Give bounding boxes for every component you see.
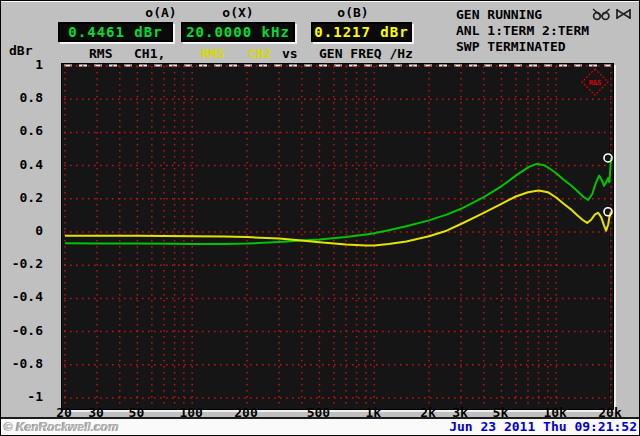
frequency-response-plot: R&S: [61, 63, 614, 410]
cursor-a-readout: 0.4461 dBr: [58, 22, 173, 42]
cursor-x-readout: 20.0000 kHz: [181, 22, 295, 42]
y-tick-label: 0: [1, 223, 43, 238]
y-tick-label: -0.8: [1, 356, 43, 371]
keyboard-lock-icon: [592, 7, 611, 21]
trace2-channel-label: CH2: [248, 46, 271, 61]
cursor-b-value: 0.1217 dBr: [314, 24, 408, 40]
watermark-text: © KenRockwell.com: [4, 420, 119, 434]
y-tick-label: -0.2: [1, 256, 43, 271]
x-axis-func-label: GEN FREQ /Hz: [319, 46, 413, 61]
trace1-channel-label: CH1,: [134, 46, 165, 61]
y-tick-label: 0.4: [1, 157, 43, 172]
analyzer-screen: o(A) o(X) o(B) 0.4461 dBr 20.0000 kHz 0.…: [0, 0, 640, 436]
cursor-x-value: 20.0000 kHz: [186, 24, 290, 40]
footer-strip: © KenRockwell.com Jun 23 2011 Thu 09:21:…: [1, 417, 639, 435]
speaker-muted-icon: [615, 7, 632, 21]
swp-status: SWP TERMINATED: [456, 39, 566, 54]
trace-1: [65, 158, 611, 244]
cursor-a-value: 0.4461 dBr: [68, 24, 162, 40]
y-tick-label: 0.8: [1, 90, 43, 105]
y-tick-label: 1: [1, 57, 43, 72]
cursor-x-label: o(X): [181, 5, 295, 20]
vs-label: vs: [282, 46, 298, 61]
y-axis-unit-label: dBr: [9, 43, 32, 58]
y-tick-label: -0.4: [1, 289, 43, 304]
trace1-func-label: RMS: [89, 46, 112, 61]
y-tick-label: 0.6: [1, 123, 43, 138]
trace2-func-label: RMS: [201, 46, 224, 61]
datetime-text: Jun 23 2011 Thu 09:21:52: [449, 419, 637, 434]
cursor-marker-1: [604, 154, 612, 162]
cursor-b-label: o(B): [296, 5, 410, 20]
status-icon-group: [592, 7, 632, 21]
y-tick-label: -0.6: [1, 323, 43, 338]
y-tick-label: -1: [1, 389, 43, 404]
gen-status: GEN RUNNING: [456, 7, 542, 22]
anl-status: ANL 1:TERM 2:TERM: [456, 23, 589, 38]
y-tick-label: 0.2: [1, 190, 43, 205]
rs-logo-text: R&S: [589, 79, 602, 87]
plot-canvas: R&S: [62, 64, 613, 409]
cursor-b-readout: 0.1217 dBr: [311, 22, 412, 42]
